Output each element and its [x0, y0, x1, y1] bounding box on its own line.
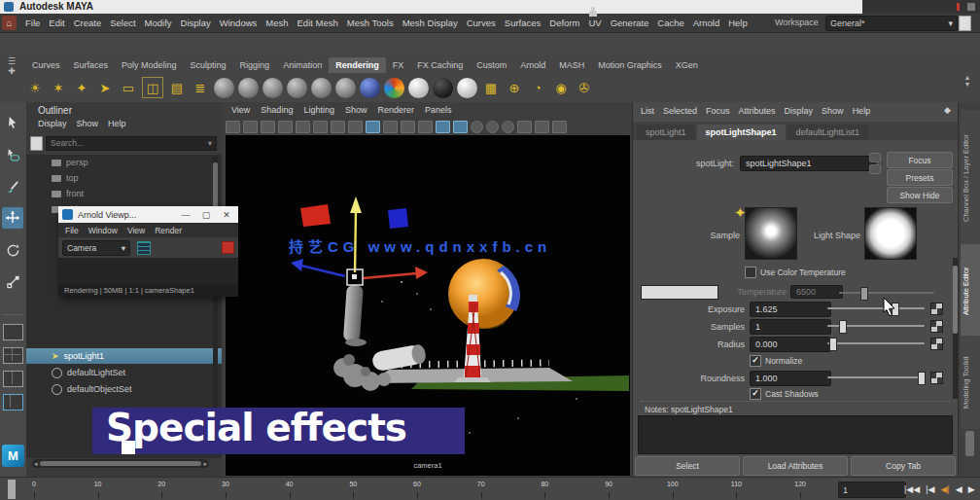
spot-light-icon[interactable]: ➤ [95, 78, 115, 97]
normalize-checkbox[interactable]: ✓ [750, 355, 761, 367]
radius-texture-icon[interactable] [930, 338, 943, 350]
2d-pan-zoom-icon[interactable] [313, 121, 328, 133]
close-icon[interactable]: ✕ [219, 210, 234, 220]
lambert-material-icon[interactable] [238, 78, 259, 98]
menu-mesh-tools[interactable]: Mesh Tools [347, 18, 394, 28]
roundness-field[interactable]: 1.000 [750, 371, 831, 386]
scale-tool-icon[interactable] [2, 270, 23, 292]
outliner-horizontal-scrollbar[interactable]: ◂ ▸ [32, 459, 209, 468]
shelf-tab-arnold[interactable]: Arnold [513, 57, 552, 73]
menu-help[interactable]: Help [728, 18, 748, 28]
layout-outliner-persp-icon[interactable] [3, 394, 23, 411]
viewport-menu-renderer[interactable]: Renderer [377, 105, 414, 115]
maya-logo[interactable]: M [2, 445, 24, 467]
menu-windows[interactable]: Windows [220, 18, 258, 28]
ae-menu-display[interactable]: Display [785, 106, 814, 116]
dock-scroll-handle[interactable] [965, 431, 974, 456]
shelf-tab-rendering[interactable]: Rendering [329, 57, 386, 73]
focus-button[interactable]: Focus [887, 152, 953, 168]
render-frame-icon[interactable]: ✇ [575, 78, 594, 97]
home-icon[interactable]: ⌂ [2, 16, 17, 30]
shelf-tab-fx-caching[interactable]: FX Caching [410, 57, 470, 73]
outliner-filter-icon[interactable] [30, 136, 43, 151]
red-quad-object[interactable] [300, 204, 331, 227]
lock-camera-icon[interactable] [243, 121, 258, 133]
play-backwards-button[interactable]: ◀ [954, 484, 964, 494]
layout-four-pane-icon[interactable] [3, 347, 23, 364]
scrollbar-handle[interactable] [40, 461, 202, 466]
shelf-tab-poly-modeling[interactable]: Poly Modeling [115, 57, 184, 73]
menu-edit-mesh[interactable]: Edit Mesh [298, 18, 338, 28]
arnold-window-title-bar[interactable]: Arnold Viewp... — ▢ ✕ [58, 206, 238, 223]
ae-tab-spotlightshape1[interactable]: spotLightShape1 [697, 125, 786, 140]
outliner-item-persp[interactable]: persp [26, 155, 222, 170]
exposure-slider[interactable] [827, 307, 925, 309]
step-back-frame-button[interactable]: |◀ [924, 484, 936, 494]
render-sequence-icon[interactable]: ◔ [528, 78, 547, 97]
outliner-item-top[interactable]: top [26, 170, 222, 186]
select-camera-icon[interactable] [226, 121, 240, 133]
arnold-menu-view[interactable]: View [127, 226, 145, 235]
go-to-start-button[interactable]: |◀◀ [902, 484, 922, 494]
viewport-menu-lighting[interactable]: Lighting [303, 105, 334, 115]
resolution-gate-icon[interactable] [383, 121, 398, 133]
outliner-menu-help[interactable]: Help [108, 119, 126, 128]
shading-group-icon[interactable]: ≣ [191, 78, 210, 97]
radius-field[interactable]: 0.000 [750, 337, 831, 352]
layout-single-pane-icon[interactable] [3, 324, 23, 340]
menu-curves[interactable]: Curves [467, 18, 496, 28]
scroll-right-icon[interactable]: ▸ [203, 460, 207, 468]
time-slider[interactable]: 0 10 20 30 40 50 60 70 80 90 100 110 120… [0, 477, 980, 500]
menu-select[interactable]: Select [110, 18, 135, 28]
layout-two-pane-icon[interactable] [3, 371, 23, 387]
exposure-field[interactable]: 1.625 [750, 302, 831, 317]
menu-create[interactable]: Create [74, 18, 102, 28]
temperature-color-swatch[interactable] [641, 285, 718, 300]
blinn-material-icon[interactable] [262, 78, 283, 98]
menu-arnold[interactable]: Arnold [693, 18, 719, 28]
copy-tab-button[interactable]: Copy Tab [851, 456, 956, 476]
field-chart-icon[interactable] [418, 121, 433, 133]
current-frame-field[interactable]: 1 [838, 482, 906, 498]
shelf-tab-mash[interactable]: MASH [552, 57, 591, 73]
time-slider-ticks[interactable]: 0 10 20 30 40 50 60 70 80 90 100 110 120 [2, 478, 832, 500]
menu-mesh[interactable]: Mesh [265, 18, 288, 28]
outliner-item-spotlight1[interactable]: ➤ spotLight1 [26, 348, 222, 364]
slider-handle[interactable] [839, 320, 847, 334]
ai-standard-material-icon[interactable] [311, 78, 332, 98]
viewport-menu-shading[interactable]: Shading [261, 105, 293, 115]
grease-pencil-icon[interactable] [331, 121, 345, 133]
outliner-item-defaultlightset[interactable]: defaultLightSet [26, 365, 222, 380]
camera-attributes-icon[interactable] [261, 121, 275, 133]
shelf-tab-curves[interactable]: Curves [25, 57, 67, 73]
isolate-select-icon[interactable] [552, 121, 567, 133]
cast-shadows-checkbox[interactable]: ✓ [750, 388, 761, 400]
wireframe-mode-icon[interactable] [471, 121, 483, 133]
load-attributes-button[interactable]: Load Attributes [743, 456, 848, 476]
radius-slider[interactable] [827, 342, 925, 344]
outliner-vertical-scrollbar[interactable] [213, 157, 218, 448]
menu-edit[interactable]: Edit [49, 18, 64, 28]
viewport-menu-view[interactable]: View [231, 105, 250, 115]
shelf-tab-rigging[interactable]: Rigging [233, 57, 277, 73]
volume-light-icon[interactable]: ◫ [142, 77, 163, 98]
exposure-texture-icon[interactable] [930, 303, 943, 315]
ae-menu-help[interactable]: Help [853, 106, 871, 116]
bookmark-icon[interactable] [278, 121, 293, 133]
viewport-menu-show[interactable]: Show [345, 105, 368, 115]
rotate-tool-icon[interactable] [2, 239, 23, 261]
menu-surfaces[interactable]: Surfaces [505, 18, 542, 28]
shelf-tab-xgen[interactable]: XGen [669, 57, 705, 73]
list-swap-icon[interactable] [869, 153, 881, 162]
blue-quad-object[interactable] [388, 208, 408, 229]
list-history-icon[interactable] [869, 164, 881, 174]
menu-modify[interactable]: Modify [145, 18, 172, 28]
slider-handle[interactable] [918, 372, 926, 385]
samples-field[interactable]: 1 [750, 319, 831, 335]
menu-generate[interactable]: Generate [611, 18, 649, 28]
arnold-render-area[interactable] [58, 258, 238, 284]
select-tool-icon[interactable] [2, 112, 23, 133]
area-light-icon[interactable]: ▭ [119, 78, 138, 97]
samples-texture-icon[interactable] [930, 320, 943, 333]
menu-cache[interactable]: Cache [657, 18, 683, 28]
